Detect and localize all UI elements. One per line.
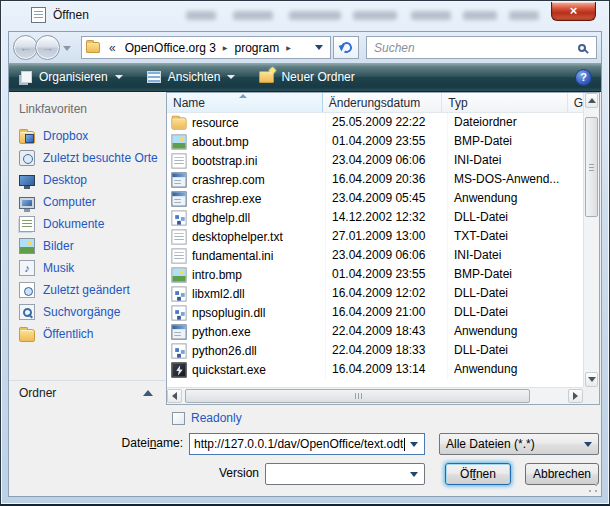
chevron-down-icon [115, 75, 123, 79]
file-row[interactable]: desktophelper.txt 27.01.2009 13:00 TXT-D… [167, 227, 583, 246]
breadcrumb-segment[interactable]: OpenOffice.org 3 [121, 40, 220, 56]
title-bar[interactable]: Öffnen × [1, 1, 609, 31]
folders-expander[interactable]: Ordner [9, 380, 165, 405]
filetype-select[interactable]: Alle Dateien (*.*) [439, 433, 599, 455]
file-modified-date: 16.04.2009 21:00 [326, 303, 448, 322]
file-row[interactable]: crashrep.exe 23.04.2009 05:45 Anwendung [167, 189, 583, 208]
file-row[interactable]: npsoplugin.dll 16.04.2009 21:00 DLL-Date… [167, 303, 583, 322]
dll-icon [171, 305, 186, 320]
breadcrumb-segment[interactable]: program [230, 40, 283, 56]
sidebar-item[interactable]: Suchvorgänge [19, 301, 166, 323]
version-select[interactable] [265, 463, 425, 485]
column-header-size[interactable]: G [568, 93, 583, 112]
refresh-button[interactable] [333, 36, 359, 59]
sidebar-item[interactable]: Zuletzt geändert [19, 279, 166, 301]
sidebar-item[interactable]: Öffentlich [19, 323, 166, 345]
breadcrumb[interactable]: « OpenOffice.org 3 ▶ program ▶ [81, 36, 331, 59]
background-menu-blur [509, 11, 539, 20]
recent-pages-dropdown[interactable] [63, 46, 71, 51]
breadcrumb-separator-icon[interactable]: ▶ [283, 44, 294, 51]
sidebar-item-label: Computer [43, 195, 96, 209]
file-row[interactable]: resource 25.05.2009 22:22 Dateiordner [167, 113, 583, 132]
filetype-dropdown-button[interactable] [581, 434, 598, 454]
app-icon [171, 324, 186, 339]
breadcrumb-separator-icon[interactable]: ▶ [220, 44, 231, 51]
folder-icon [171, 117, 186, 129]
cancel-button[interactable]: Abbrechen [525, 463, 599, 485]
file-name: intro.bmp [192, 268, 242, 282]
sidebar-item[interactable]: Dokumente [19, 213, 166, 235]
footer-panel: Readonly Dateiname: http://127.0.0.1/dav… [9, 405, 601, 496]
file-row[interactable]: crashrep.com 16.04.2009 20:36 MS-DOS-Anw… [167, 170, 583, 189]
sidebar-item[interactable]: Computer [19, 191, 166, 213]
file-row[interactable]: libxml2.dll 16.04.2009 12:02 DLL-Datei [167, 284, 583, 303]
file-row[interactable]: dbghelp.dll 14.12.2002 12:32 DLL-Datei [167, 208, 583, 227]
vertical-scrollbar[interactable] [583, 93, 599, 387]
filename-dropdown-button[interactable] [407, 434, 424, 454]
breadcrumb-overflow-chevron[interactable]: « [109, 41, 116, 55]
chevron-down-icon [410, 442, 418, 447]
column-header-type[interactable]: Typ [442, 93, 567, 112]
search-input[interactable]: Suchen [366, 36, 597, 59]
sidebar-item[interactable]: Zuletzt besuchte Orte [19, 147, 166, 169]
scroll-left-button[interactable] [167, 389, 182, 403]
file-row[interactable]: bootstrap.ini 23.04.2009 06:06 INI-Datei [167, 151, 583, 170]
image-icon [171, 134, 186, 149]
version-dropdown-button[interactable] [407, 464, 424, 484]
file-modified-date: 01.04.2009 23:55 [326, 132, 448, 151]
file-name: crashrep.exe [192, 192, 261, 206]
filename-label: Dateiname: [69, 436, 183, 450]
sidebar-item[interactable]: Bilder [19, 235, 166, 257]
readonly-checkbox[interactable] [172, 412, 185, 425]
sidebar-item[interactable]: Dropbox [19, 125, 166, 147]
filename-input[interactable]: http://127.0.0.1/dav/OpenOffice/text.odt [189, 433, 425, 455]
scroll-up-button[interactable] [585, 93, 598, 108]
sidebar-item[interactable]: Desktop [19, 169, 166, 191]
file-list: Name Änderungsdatum Typ G resource [166, 92, 600, 405]
file-name: about.bmp [192, 135, 249, 149]
sidebar-item[interactable]: ♪ Musik [19, 257, 166, 279]
help-button[interactable]: ? [575, 69, 592, 86]
file-row[interactable]: about.bmp 01.04.2009 23:55 BMP-Datei [167, 132, 583, 151]
filename-value: http://127.0.0.1/dav/OpenOffice/text.odt [190, 437, 403, 451]
file-row[interactable]: fundamental.ini 23.04.2009 06:06 INI-Dat… [167, 246, 583, 265]
sidebar-header: Linkfavoriten [19, 102, 166, 116]
background-menu-blur [411, 11, 451, 20]
desktop-icon [19, 175, 35, 186]
file-row[interactable]: python26.dll 22.04.2009 18:33 DLL-Datei [167, 341, 583, 360]
address-dropdown-icon[interactable] [315, 45, 323, 50]
horizontal-scrollbar[interactable] [167, 387, 583, 404]
column-label: Name [173, 96, 205, 110]
chevron-down-icon [410, 472, 418, 477]
file-row[interactable]: python.exe 22.04.2009 18:43 Anwendung [167, 322, 583, 341]
dialog-content: ← → « OpenOffice.org 3 ▶ program ▶ Suche… [8, 31, 602, 497]
column-header-name[interactable]: Name [167, 93, 323, 112]
open-button[interactable]: Öffnen [445, 463, 511, 485]
column-header-date[interactable]: Änderungsdatum [323, 93, 443, 112]
back-icon: ← [19, 40, 32, 55]
file-row[interactable]: quickstart.exe 16.04.2009 13:14 Anwendun… [167, 360, 583, 379]
scroll-down-button[interactable] [585, 372, 598, 387]
folder-icon [86, 42, 100, 53]
resize-grip[interactable] [588, 483, 598, 493]
views-button[interactable]: Ansichten [147, 70, 236, 84]
new-folder-button[interactable]: Neuer Ordner [259, 70, 354, 84]
computer-icon [19, 197, 35, 209]
chevron-up-icon [143, 390, 153, 396]
vertical-scroll-thumb[interactable] [585, 117, 598, 217]
column-label: Änderungsdatum [329, 96, 420, 110]
organize-button[interactable]: Organisieren [18, 70, 123, 84]
folders-label: Ordner [19, 386, 56, 400]
forward-button[interactable]: → [35, 35, 60, 60]
background-menu-blur [463, 11, 497, 20]
scroll-right-button[interactable] [568, 389, 583, 403]
file-type: TXT-Datei [448, 227, 576, 246]
text-icon [171, 248, 186, 263]
horizontal-scroll-thumb[interactable] [185, 389, 530, 403]
close-button[interactable]: × [551, 2, 596, 21]
file-type: BMP-Datei [448, 265, 576, 284]
file-row[interactable]: intro.bmp 01.04.2009 23:55 BMP-Datei [167, 265, 583, 284]
app-icon [171, 172, 186, 187]
search-placeholder: Suchen [374, 41, 578, 55]
sidebar-item-label: Suchvorgänge [43, 305, 120, 319]
